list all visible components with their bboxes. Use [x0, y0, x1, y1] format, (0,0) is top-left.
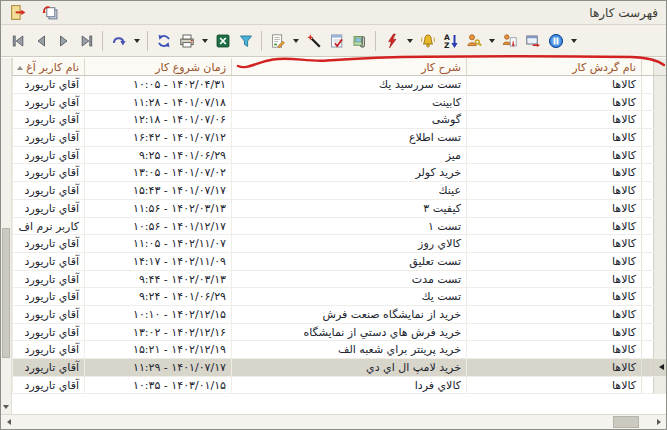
table-row[interactable]: کالاها خرید لامپ ال اي دي ۱۴۰۱/۰۷/۱۷ - ۱…: [12, 359, 666, 377]
cell-user: آقاي تاریورد: [12, 377, 84, 394]
column-header-description[interactable]: شرح کار: [231, 58, 466, 75]
user-permission-dropdown[interactable]: [485, 29, 498, 53]
record-selector-cell[interactable]: [653, 218, 666, 235]
record-selector-cell[interactable]: [653, 76, 666, 93]
horizontal-scrollbar[interactable]: [1, 414, 666, 429]
table-row[interactable]: کالاها کابینت ۱۴۰۱/۰۷/۱۸ - ۱۱:۲۸ آقاي تا…: [12, 94, 666, 112]
table-row[interactable]: کالاها خرید از نمایشگاه صنعت فرش ۱۴۰۲/۱۲…: [12, 306, 666, 324]
pause-icon: [548, 33, 564, 49]
print-dropdown[interactable]: [198, 29, 211, 53]
approve-form-button[interactable]: [325, 29, 348, 53]
history-redo-button[interactable]: [107, 29, 130, 53]
spacer-cell: [641, 147, 653, 164]
record-selector-cell[interactable]: [653, 341, 666, 358]
horizontal-scrollbar-track[interactable]: [19, 415, 651, 429]
record-selector-cell[interactable]: [653, 253, 666, 270]
record-selector-cell[interactable]: [653, 324, 666, 341]
table-row[interactable]: کالاها تست یك ۱۴۰۱/۰۶/۲۹ - ۹:۲۴ آقاي تار…: [12, 288, 666, 306]
quick-action-dropdown[interactable]: [403, 29, 416, 53]
nav-first-icon: [10, 33, 26, 49]
nav-last-button[interactable]: [75, 29, 98, 53]
cell-workflow: کالاها: [466, 147, 641, 164]
table-row[interactable]: کالاها تست سررسید یك ۱۴۰۲/۰۴/۳۱ - ۱۰:۰۵ …: [12, 76, 666, 94]
record-selector-header[interactable]: [653, 58, 666, 75]
restore-windows-button[interactable]: [39, 3, 61, 22]
send-to-window-button[interactable]: [521, 29, 544, 53]
record-selector-cell[interactable]: [653, 147, 666, 164]
scroll-down-button[interactable]: [1, 400, 11, 413]
table-row[interactable]: کالاها گوشی ۱۴۰۱/۰۷/۰۶ - ۱۲:۱۸ آقاي تاری…: [12, 111, 666, 129]
cell-start-time: ۱۴۰۱/۰۷/۰۲ - ۱۳:۰۵: [84, 164, 231, 181]
cell-user: آقاي تاریورد: [12, 147, 84, 164]
table-row[interactable]: کالاها خرید کولر ۱۴۰۱/۰۷/۰۲ - ۱۳:۰۵ آقاي…: [12, 164, 666, 182]
grid-area: نام گردش کار شرح کار زمان شروع کار نام ک…: [1, 58, 666, 414]
exit-form-button[interactable]: [7, 3, 29, 22]
nav-prev-button[interactable]: [29, 29, 52, 53]
table-row[interactable]: کالاها تست ۱ ۱۴۰۱/۱۲/۱۷ - ۱۰:۵۶ کاربر نر…: [12, 218, 666, 236]
horizontal-scrollbar-thumb[interactable]: [613, 416, 639, 428]
excel-export-button[interactable]: [211, 29, 234, 53]
record-selector-cell[interactable]: [653, 111, 666, 128]
filter-button[interactable]: [234, 29, 257, 53]
spacer-cell: [641, 182, 653, 199]
record-selector-cell[interactable]: [653, 94, 666, 111]
cell-workflow: کالاها: [466, 306, 641, 323]
toolbar: A Z: [1, 25, 666, 57]
new-task-dropdown[interactable]: [289, 29, 302, 53]
history-redo-dropdown[interactable]: [130, 29, 143, 53]
quick-action-button[interactable]: [380, 29, 403, 53]
reminder-button[interactable]: [416, 29, 439, 53]
vertical-scrollbar-thumb[interactable]: [2, 228, 10, 358]
nav-last-icon: [79, 33, 95, 49]
nav-first-button[interactable]: [6, 29, 29, 53]
nav-next-button[interactable]: [52, 29, 75, 53]
pause-dropdown[interactable]: [567, 29, 580, 53]
chevron-down-icon: [489, 39, 495, 43]
cell-user: آقاي تاریورد: [12, 341, 84, 358]
column-header-start-time[interactable]: زمان شروع کار: [84, 58, 231, 75]
vertical-scrollbar[interactable]: [1, 58, 12, 414]
record-selector-cell[interactable]: [653, 200, 666, 217]
record-selector-cell[interactable]: [653, 359, 666, 376]
cell-workflow: کالاها: [466, 341, 641, 358]
refresh-button[interactable]: [152, 29, 175, 53]
record-selector-cell[interactable]: [653, 288, 666, 305]
user-export-button[interactable]: [498, 29, 521, 53]
attachment-button[interactable]: [348, 29, 371, 53]
nav-next-icon: [56, 33, 72, 49]
user-export-icon: [502, 33, 518, 49]
chevron-right-icon: [657, 419, 661, 425]
sort-button[interactable]: A Z: [439, 29, 462, 53]
table-row[interactable]: کالاها خرید پرینتر براي شعبه الف ۱۴۰۲/۱۲…: [12, 341, 666, 359]
table-row[interactable]: کالاها تست اطلاع ۱۴۰۱/۰۷/۱۲ - ۱۶:۴۲ آقاي…: [12, 129, 666, 147]
cell-workflow: کالاها: [466, 94, 641, 111]
column-header-workflow[interactable]: نام گردش کار: [466, 58, 641, 75]
cell-workflow: کالاها: [466, 271, 641, 288]
record-selector-cell[interactable]: [653, 182, 666, 199]
table-row[interactable]: کالاها عینك ۱۴۰۱/۰۷/۱۷ - ۱۵:۴۳ آقاي تاری…: [12, 182, 666, 200]
scroll-left-button[interactable]: [1, 415, 16, 430]
table-row[interactable]: کالاها کیفیت ۳ ۱۴۰۲/۰۳/۱۳ - ۱۱:۵۶ آقاي ت…: [12, 200, 666, 218]
spacer-column-header[interactable]: [641, 58, 653, 75]
record-selector-cell[interactable]: [653, 271, 666, 288]
table-row[interactable]: کالاها میز ۱۴۰۱/۰۶/۲۹ - ۹:۲۵ آقاي تاریور…: [12, 147, 666, 165]
print-button[interactable]: [175, 29, 198, 53]
record-selector-cell[interactable]: [653, 164, 666, 181]
table-row[interactable]: کالاها خرید فرش هاي دستي از نمایشگاه ۱۴۰…: [12, 324, 666, 342]
wizard-button[interactable]: [302, 29, 325, 53]
record-selector-cell[interactable]: [653, 129, 666, 146]
new-task-button[interactable]: [266, 29, 289, 53]
pause-button[interactable]: [544, 29, 567, 53]
table-row[interactable]: کالاها کالاي روز ۱۴۰۲/۱۱/۰۷ - ۱۱:۰۵ آقاي…: [12, 235, 666, 253]
history-redo-icon: [111, 33, 127, 49]
table-row[interactable]: کالاها کالاي فردا ۱۴۰۳/۰۱/۱۵ - ۱۰:۳۵ آقا…: [12, 377, 666, 395]
user-permission-button[interactable]: [462, 29, 485, 53]
table-row[interactable]: کالاها تست مدت ۱۴۰۲/۰۳/۱۳ - ۹:۴۴ آقاي تا…: [12, 271, 666, 289]
record-selector-cell[interactable]: [653, 306, 666, 323]
table-row[interactable]: کالاها تست تعلیق ۱۴۰۲/۱۱/۰۹ - ۱۴:۱۷ آقاي…: [12, 253, 666, 271]
record-selector-cell[interactable]: [653, 377, 666, 394]
scroll-right-button[interactable]: [651, 415, 666, 430]
quick-action-lightning-icon: [384, 33, 400, 49]
record-selector-cell[interactable]: [653, 235, 666, 252]
column-header-user[interactable]: نام کاربر آغ: [12, 58, 84, 75]
